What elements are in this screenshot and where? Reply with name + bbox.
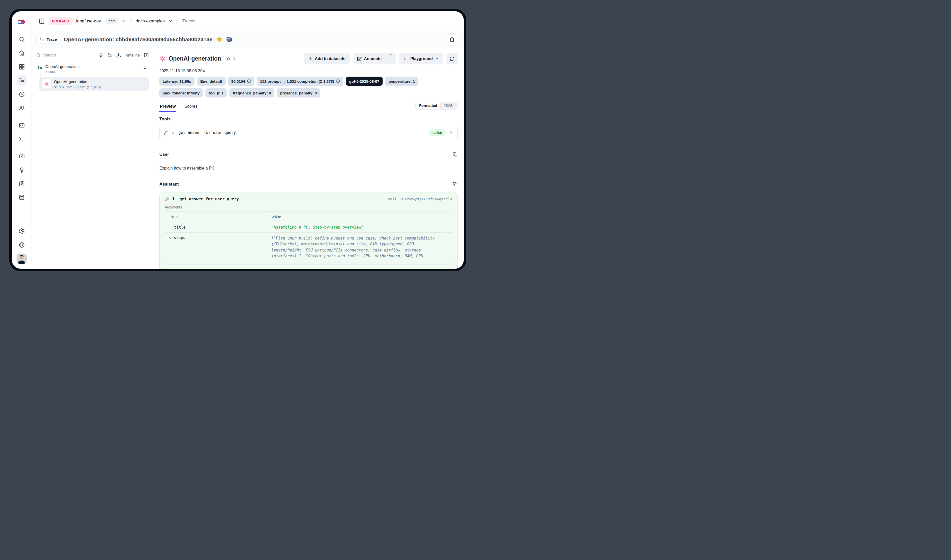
- user-section-header: User: [159, 152, 458, 157]
- settings-gear-icon[interactable]: [17, 226, 27, 236]
- copy-icon[interactable]: [453, 152, 458, 157]
- add-to-datasets-button[interactable]: Add to datasets: [304, 53, 350, 65]
- tool-call-id: call_TsOZ5awyMjIYCMfgaGqscelX: [388, 197, 452, 201]
- tool-definition-row[interactable]: 1. get_answer_for_user_query called: [159, 125, 458, 140]
- annotate-pencil-icon: [357, 57, 362, 61]
- chevron-down-icon[interactable]: [143, 66, 148, 71]
- user-heading: User: [159, 152, 169, 157]
- collapse-all-icon[interactable]: [98, 53, 103, 58]
- support-lifebuoy-icon[interactable]: [17, 240, 27, 250]
- assistant-heading: Assistant: [159, 182, 179, 187]
- observation-tree-panel: Search Timeline OpenAI-generation: [32, 48, 153, 269]
- breadcrumb-separator: /: [175, 18, 180, 25]
- trace-title-bar: Trace OpenAI-generation: cbbd69af7e00a93…: [32, 31, 464, 48]
- info-icon: [247, 79, 251, 83]
- bookmark-star-icon[interactable]: [216, 36, 223, 43]
- tree-settings-sliders-icon[interactable]: [107, 53, 112, 58]
- observation-title: OpenAI-generation: [169, 55, 221, 62]
- arg-value-title: "Assembling a PC: Step-by-step overview": [267, 222, 452, 232]
- format-formatted-option[interactable]: Formatted: [415, 102, 440, 109]
- org-name[interactable]: langfuse-dev: [76, 18, 101, 24]
- judge-lightbulb-icon[interactable]: [17, 165, 27, 175]
- copy-id-chip[interactable]: ID: [226, 57, 235, 61]
- sessions-clock-icon[interactable]: [17, 89, 27, 99]
- model-badge[interactable]: gpt-5-2025-08-07: [346, 77, 383, 86]
- format-toggle: Formatted JSON: [415, 102, 458, 110]
- search-icon[interactable]: [17, 34, 27, 44]
- sidebar-toggle-icon[interactable]: [38, 18, 45, 25]
- arguments-label: Arguments: [165, 205, 452, 209]
- arg-value-steps: ["Plan your build: define budget and use…: [267, 233, 452, 262]
- tree-node-trace[interactable]: OpenAI-generation 31.66s: [36, 64, 149, 75]
- tab-preview[interactable]: Preview: [159, 102, 176, 112]
- observation-tree: OpenAI-generation 31.66s: [36, 64, 149, 91]
- user-avatar[interactable]: [17, 254, 27, 264]
- langfuse-logo[interactable]: [17, 17, 27, 27]
- copy-icon: [226, 57, 230, 61]
- datasets-database-icon[interactable]: [17, 192, 27, 203]
- env-badge: PROD-EU: [49, 17, 72, 25]
- observation-detail-panel: OpenAI-generation ID Add to datasets: [153, 48, 464, 269]
- cost-badge: $0.0154: [228, 77, 254, 86]
- search-input[interactable]: Search: [36, 53, 94, 57]
- presence-penalty-badge: presence_penalty: 0: [277, 88, 320, 97]
- annotate-dropdown-chevron-icon[interactable]: [386, 53, 396, 65]
- max-tokens-badge: max_tokens: Infinity: [159, 88, 203, 97]
- timeline-toggle[interactable]: Timeline: [125, 53, 140, 57]
- column-value: Value: [267, 212, 452, 222]
- tools-heading: Tools: [159, 117, 458, 122]
- tool-called-badge: called: [429, 129, 446, 136]
- env-badge: Env: default: [197, 77, 226, 86]
- home-icon[interactable]: [17, 48, 27, 58]
- right-column: PROD-EU langfuse-dev Team / docs-example…: [32, 11, 464, 269]
- langfuse-app-window: PROD-EU langfuse-dev Team / docs-example…: [12, 11, 464, 269]
- tool-name: 1. get_answer_for_user_query: [172, 130, 236, 135]
- assistant-tool-call-card: 1. get_answer_for_user_query call_TsOZ5a…: [159, 192, 458, 269]
- download-icon[interactable]: [116, 53, 121, 58]
- annotate-button[interactable]: Annotate: [353, 53, 386, 65]
- params-badges-row: max_tokens: Infinity top_p: 1 frequency_…: [159, 88, 458, 97]
- project-switcher-chevron-icon[interactable]: [168, 19, 172, 23]
- playground-button[interactable]: Playground: [399, 53, 443, 65]
- breadcrumb-section[interactable]: Traces: [182, 18, 195, 24]
- dashboards-icon[interactable]: [17, 62, 27, 72]
- tool-call-header: 1. get_answer_for_user_query call_TsOZ5a…: [165, 197, 452, 202]
- users-icon[interactable]: [17, 103, 27, 113]
- public-globe-icon[interactable]: [226, 36, 232, 43]
- top-p-badge: top_p: 1: [205, 88, 227, 97]
- detail-tabs: Preview Scores Formatted JSON: [159, 102, 458, 112]
- assistant-section-header: Assistant: [159, 182, 458, 187]
- tree-node-label: OpenAI-generation: [54, 79, 101, 84]
- latency-badge: Latency: 31.66s: [159, 77, 194, 86]
- search-placeholder: Search: [43, 53, 56, 57]
- panel-collapse-icon[interactable]: [143, 52, 149, 58]
- annotate-split-button: Annotate: [353, 53, 396, 65]
- comments-button[interactable]: [446, 53, 458, 65]
- annotation-clipboard-icon[interactable]: [17, 179, 27, 189]
- playground-terminal-icon[interactable]: [17, 134, 27, 144]
- tracing-icon[interactable]: [17, 75, 27, 86]
- project-name[interactable]: docs-examples: [136, 18, 165, 24]
- format-json-option[interactable]: JSON: [440, 102, 457, 109]
- plus-icon: [308, 57, 312, 61]
- chevron-right-icon[interactable]: [449, 130, 453, 135]
- content-row: Search Timeline OpenAI-generation: [32, 48, 464, 269]
- tool-call-name: 1. get_answer_for_user_query: [172, 197, 239, 202]
- observation-timestamp: 2025-11-13 15:38:08.304: [159, 69, 458, 73]
- trace-type-label: Trace: [46, 37, 57, 42]
- user-message-content: Explain how to assemble a PC: [159, 166, 458, 171]
- chevron-down-icon: [169, 236, 172, 240]
- arg-path-steps[interactable]: steps: [165, 233, 267, 262]
- evals-icon[interactable]: [17, 151, 27, 162]
- arg-path-title: title: [165, 222, 267, 232]
- prompts-icon[interactable]: [17, 120, 27, 130]
- copy-icon[interactable]: [453, 182, 458, 187]
- frequency-penalty-badge: frequency_penalty: 0: [229, 88, 274, 97]
- tree-node-generation-selected[interactable]: OpenAI-generation 31.66s 152 → 1,521 (Σ …: [39, 77, 149, 91]
- delete-trace-button[interactable]: [446, 33, 458, 46]
- org-switcher-chevron-icon[interactable]: [122, 19, 126, 23]
- window-frame: PROD-EU langfuse-dev Team / docs-example…: [9, 9, 466, 271]
- comment-bubble-icon: [449, 56, 455, 62]
- table-row: title "Assembling a PC: Step-by-step ove…: [165, 222, 452, 232]
- tab-scores[interactable]: Scores: [184, 102, 198, 112]
